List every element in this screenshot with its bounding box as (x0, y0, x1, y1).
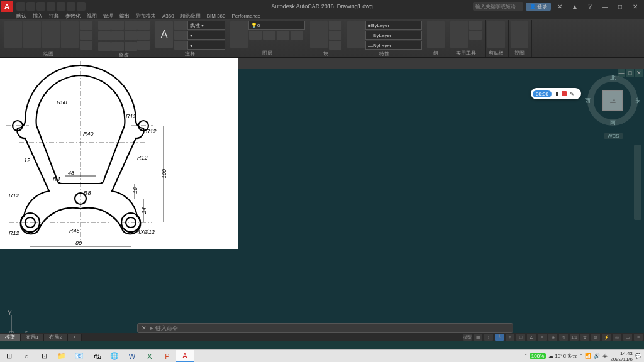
stretch-button[interactable] (98, 42, 111, 51)
wcs-label[interactable]: WCS (604, 133, 623, 139)
layer-match-button[interactable] (291, 31, 303, 40)
dimstyle-combo[interactable]: 线性 ▾ (187, 21, 225, 30)
close-button[interactable]: ✕ (629, 3, 641, 10)
word-icon[interactable]: W (123, 350, 141, 363)
tab-annotate[interactable]: 注释 (49, 13, 59, 19)
measure-button[interactable] (450, 21, 468, 48)
tab-parametric[interactable]: 参数化 (65, 13, 80, 19)
record-draw-button[interactable]: ✎ (569, 90, 575, 97)
polar-toggle[interactable]: ✶ (506, 334, 514, 341)
array-button[interactable] (125, 42, 137, 51)
properties-button[interactable] (347, 21, 365, 48)
compass-e[interactable]: 东 (635, 97, 640, 105)
color-combo[interactable]: ■ ByLayer (365, 21, 422, 30)
cmd-close-icon[interactable]: ✕ (142, 325, 147, 331)
hardware-accel[interactable]: ⚡ (602, 334, 611, 341)
screen-recorder[interactable]: 00:00 ⏸ ✎ (531, 88, 581, 99)
quick-calc-button[interactable] (469, 31, 482, 40)
fillet-button[interactable] (125, 31, 137, 40)
store-icon[interactable]: 🛍 (88, 350, 106, 363)
table-combo[interactable]: ▾ (187, 41, 225, 50)
tab-bim360[interactable]: BIM 360 (207, 13, 226, 19)
lineweight-combo[interactable]: — ByLayer (365, 31, 422, 40)
polyline-button[interactable] (23, 21, 41, 48)
help-search-input[interactable]: 輸入关键字或短语 (473, 2, 523, 11)
rotate-button[interactable] (111, 21, 124, 30)
cortana-button[interactable]: ○ (18, 350, 35, 363)
layout-tab-2[interactable]: 布局2 (44, 334, 67, 341)
circle-button[interactable] (42, 21, 60, 48)
anno-scale[interactable]: 1:1 (570, 334, 579, 341)
help-icon[interactable]: ? (584, 3, 596, 10)
tab-a360[interactable]: A360 (162, 13, 174, 19)
tab-insert[interactable]: 插入 (33, 13, 43, 19)
erase-button[interactable] (137, 21, 150, 30)
autocad-task-icon[interactable]: A (176, 350, 194, 363)
select-button[interactable] (469, 21, 482, 30)
ellipse-button[interactable] (80, 31, 92, 40)
snap-toggle[interactable]: ⊹ (484, 334, 493, 341)
viewcube-top-face[interactable]: 上 (602, 90, 623, 111)
tab-manage[interactable]: 管理 (103, 13, 113, 19)
move-button[interactable] (98, 21, 111, 30)
otrack-toggle[interactable]: ∠ (527, 334, 536, 341)
ortho-toggle[interactable]: ┗ (495, 334, 504, 341)
compass-s[interactable]: 南 (610, 119, 616, 127)
tab-default[interactable]: 默认 (16, 13, 26, 19)
edge-icon[interactable]: 🌐 (106, 350, 123, 363)
tray-network-icon[interactable]: 📶 (585, 353, 591, 359)
tray-clock[interactable]: 14:43 2022/11/6 (610, 351, 633, 362)
linetype-combo[interactable]: — ByLayer (365, 41, 422, 50)
paste-button[interactable] (487, 21, 505, 48)
clean-screen[interactable]: ▭ (623, 334, 632, 341)
qat-redo-icon[interactable] (77, 2, 86, 11)
tab-addins[interactable]: 附加模块 (136, 13, 156, 19)
text-button[interactable]: A (155, 21, 173, 48)
record-stop-button[interactable] (562, 91, 567, 96)
workspace-button[interactable]: ✿ (580, 334, 589, 341)
customize-status[interactable]: ≡ (634, 334, 643, 341)
anno-monitor[interactable]: ⊕ (591, 334, 600, 341)
copy-button[interactable] (98, 31, 111, 40)
tray-hidden-icon[interactable]: ˄ (580, 353, 582, 359)
start-button[interactable]: ⊞ (0, 350, 18, 363)
rect-button[interactable] (80, 21, 92, 30)
record-pause-button[interactable]: ⏸ (553, 90, 560, 97)
edit-block-button[interactable] (329, 31, 341, 40)
minimize-button[interactable]: — (599, 3, 611, 10)
qat-saveas-icon[interactable] (47, 2, 55, 11)
table-button[interactable] (174, 41, 187, 50)
model-space-button[interactable]: 模型 (463, 334, 472, 341)
isolate-button[interactable]: ◎ (613, 334, 621, 341)
qat-print-icon[interactable] (57, 2, 65, 11)
qat-undo-icon[interactable] (67, 2, 75, 11)
layer-combo[interactable]: 💡 0 (248, 21, 305, 30)
drawing-canvas[interactable]: — □ ✕ (0, 69, 644, 341)
grid-toggle[interactable]: ▦ (474, 334, 482, 341)
trim-button[interactable] (125, 21, 137, 30)
qat-new-icon[interactable] (16, 2, 25, 11)
compass-w[interactable]: 西 (585, 97, 591, 105)
hatch-button[interactable] (80, 41, 92, 50)
layer-freeze-button[interactable] (249, 31, 262, 40)
mirror-button[interactable] (111, 31, 124, 40)
viewcube[interactable]: 上 北 南 东 西 WCS (587, 75, 638, 126)
outlook-icon[interactable]: 📧 (70, 350, 88, 363)
edit-attr-button[interactable] (329, 41, 341, 50)
explorer-icon[interactable]: 📁 (53, 350, 70, 363)
tray-battery-icon[interactable]: 100% (530, 353, 546, 359)
transparency-toggle[interactable]: ◈ (548, 334, 557, 341)
signin-button[interactable]: 👤 登录 (526, 3, 551, 11)
tray-weather[interactable]: ☁ 19°C 多云 (548, 353, 577, 359)
layer-off-button[interactable] (263, 31, 275, 40)
layout-tab-model[interactable]: 模型 (0, 334, 21, 341)
excel-icon[interactable]: X (141, 350, 158, 363)
tab-performance[interactable]: Performance (231, 13, 260, 19)
leader-combo[interactable]: ▾ (187, 31, 225, 40)
explode-button[interactable] (137, 31, 150, 40)
layout-tab-1[interactable]: 布局1 (21, 334, 44, 341)
arc-button[interactable] (61, 21, 79, 48)
compass-n[interactable]: 北 (610, 74, 616, 82)
ppt-icon[interactable]: P (158, 350, 176, 363)
tray-notifications-icon[interactable]: 💬 (635, 353, 641, 359)
